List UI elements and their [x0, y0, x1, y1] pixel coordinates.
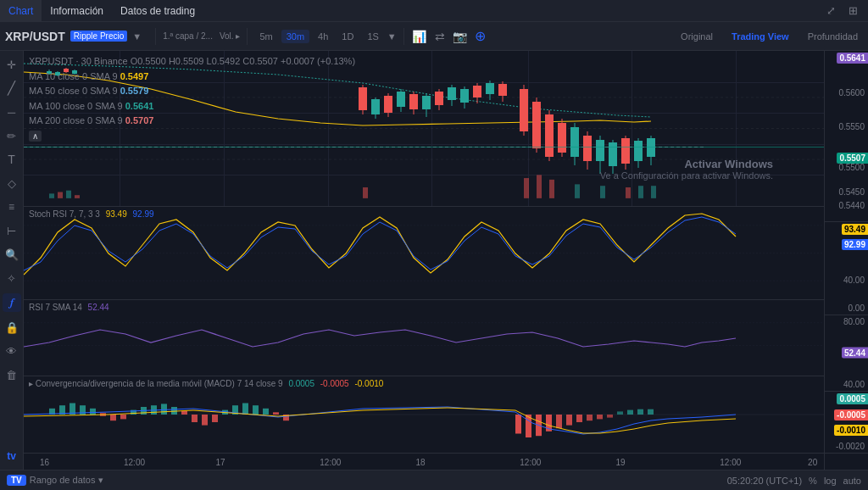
- svg-rect-97: [242, 404, 248, 415]
- separator-3: [403, 28, 404, 45]
- separator-1: [155, 28, 156, 45]
- toolbar-right: Original Trading View Profundidad: [676, 30, 863, 43]
- price-tag-current: 0.5507: [837, 153, 868, 164]
- svg-rect-15: [532, 102, 541, 148]
- indicator-icon[interactable]: 𝒇: [3, 293, 21, 312]
- view-original[interactable]: Original: [676, 30, 718, 43]
- time-axis-svg: 16 12:00 17 12:00 18 12:00 19 12:00 20: [24, 454, 824, 471]
- svg-rect-25: [596, 140, 604, 161]
- expand-icon[interactable]: ⤢: [822, 3, 839, 19]
- tv-logo-bottom: TV: [7, 475, 26, 486]
- lock-icon[interactable]: 🔒: [3, 319, 20, 336]
- svg-rect-68: [600, 186, 605, 198]
- svg-rect-110: [597, 415, 603, 419]
- text-icon[interactable]: T: [3, 151, 20, 168]
- magnet-icon[interactable]: ✧: [3, 270, 20, 287]
- macd-v1: 0.0005: [288, 379, 314, 388]
- price-tag-top: 0.5641: [837, 53, 868, 64]
- svg-rect-39: [384, 96, 392, 113]
- stoch-label: Stoch RSI 7, 7, 3 3 93.49 92.99: [29, 209, 154, 219]
- dropdown-arrow[interactable]: ▼: [132, 31, 142, 42]
- menu-trading-data[interactable]: Datos de trading: [112, 0, 203, 21]
- rsi-chart: [24, 300, 824, 376]
- svg-rect-84: [110, 415, 116, 420]
- plus-icon[interactable]: ⊕: [472, 28, 489, 45]
- range-selector[interactable]: Rango de datos ▾: [30, 475, 103, 486]
- cursor-icon[interactable]: ✛: [3, 56, 20, 73]
- pencil-icon[interactable]: ✏: [3, 127, 20, 144]
- svg-rect-65: [537, 175, 542, 198]
- view-trading[interactable]: Trading View: [726, 30, 794, 43]
- svg-rect-109: [587, 415, 593, 420]
- bottom-right: 05:20:20 (UTC+1) % log auto: [727, 476, 861, 486]
- tf-30m[interactable]: 30m: [281, 30, 309, 43]
- svg-rect-92: [192, 415, 198, 422]
- tf-4h[interactable]: 4h: [313, 30, 333, 43]
- compare-icon[interactable]: ⇄: [431, 28, 448, 45]
- svg-text:17: 17: [216, 458, 226, 467]
- macd-scale: 0.0005 -0.0005 -0.0010 -0.0020: [825, 392, 868, 453]
- vol-label[interactable]: Vol. ▸: [220, 31, 240, 41]
- svg-rect-100: [273, 412, 279, 415]
- fib-icon[interactable]: ≡: [3, 198, 20, 215]
- tf-1s[interactable]: 1S: [362, 30, 383, 43]
- svg-rect-62: [75, 195, 80, 198]
- auto-btn[interactable]: auto: [843, 476, 861, 486]
- svg-rect-55: [486, 83, 494, 94]
- macd-panel: ▸ Convergencia/divergencia de la media m…: [24, 376, 824, 453]
- rsi-val: 52.44: [88, 303, 109, 312]
- stoch-rsi-panel: Stoch RSI 7, 7, 3 3 93.49 92.99: [24, 207, 824, 300]
- svg-rect-111: [607, 415, 613, 418]
- menu-info[interactable]: Información: [42, 0, 112, 21]
- zoom-icon[interactable]: 🔍: [3, 246, 20, 263]
- camera-icon[interactable]: 📷: [452, 28, 469, 45]
- svg-rect-61: [66, 191, 71, 198]
- trend-line-icon[interactable]: ╱: [3, 80, 20, 97]
- symbol-title[interactable]: XRP/USDT: [5, 30, 65, 43]
- svg-rect-47: [435, 92, 443, 105]
- svg-rect-91: [181, 411, 187, 415]
- svg-rect-98: [253, 405, 259, 415]
- svg-rect-45: [422, 96, 431, 109]
- svg-text:12:00: 12:00: [124, 458, 145, 467]
- chart-type-icon[interactable]: 📊: [411, 28, 428, 45]
- shapes-icon[interactable]: ◇: [3, 175, 20, 192]
- tf-dropdown[interactable]: ▼: [387, 31, 397, 42]
- horizontal-line-icon[interactable]: ─: [3, 103, 20, 120]
- log-btn[interactable]: log: [824, 476, 837, 486]
- chart-area: XRPUSDT · 30 Binance O0.5500 H0.5509 L0.…: [24, 51, 824, 470]
- percent-btn[interactable]: %: [809, 476, 817, 486]
- macd-v2: -0.0005: [320, 379, 349, 388]
- svg-rect-115: [648, 409, 654, 415]
- menu-chart[interactable]: Chart: [0, 0, 42, 21]
- price-panel[interactable]: XRPUSDT · 30 Binance O0.5500 H0.5509 L0.…: [24, 51, 824, 207]
- price-tag-5600: 0.5600: [838, 88, 868, 97]
- svg-text:12:00: 12:00: [520, 458, 541, 467]
- exchange-badge[interactable]: Ripple Precio: [70, 31, 127, 42]
- svg-rect-106: [556, 415, 562, 428]
- svg-rect-64: [524, 178, 529, 198]
- svg-text:12:00: 12:00: [720, 458, 741, 467]
- tf-5m[interactable]: 5m: [254, 30, 277, 43]
- trash-icon[interactable]: 🗑: [3, 366, 20, 383]
- eye-icon[interactable]: 👁: [3, 342, 20, 359]
- svg-rect-114: [637, 409, 643, 415]
- tf-1d[interactable]: 1D: [337, 30, 359, 43]
- svg-rect-9: [64, 69, 69, 72]
- measure-icon[interactable]: ⊢: [3, 222, 20, 239]
- tv-logo-sidebar: tv: [3, 448, 20, 465]
- price-tag-5550: 0.5550: [838, 122, 868, 131]
- symbol-area: XRP/USDT Ripple Precio ▼: [5, 30, 142, 43]
- svg-text:18: 18: [416, 458, 426, 467]
- svg-rect-93: [202, 415, 208, 426]
- svg-rect-67: [575, 184, 580, 198]
- svg-rect-63: [363, 187, 368, 198]
- bottom-bar: TV Rango de datos ▾ 05:20:20 (UTC+1) % l…: [0, 470, 868, 490]
- view-depth[interactable]: Profundidad: [803, 30, 863, 43]
- toolbar: XRP/USDT Ripple Precio ▼ 1.ª capa / 2...…: [0, 22, 868, 51]
- svg-rect-57: [498, 84, 507, 96]
- svg-rect-99: [263, 409, 269, 415]
- svg-rect-49: [448, 87, 456, 100]
- grid-icon[interactable]: ⊞: [844, 3, 861, 19]
- stoch-d: 92.99: [133, 209, 154, 219]
